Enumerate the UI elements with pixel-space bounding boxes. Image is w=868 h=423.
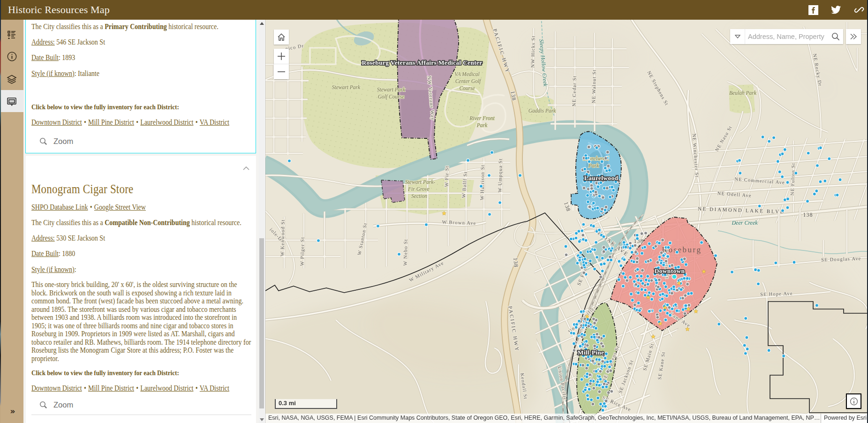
scroll-down-arrow[interactable] [259, 416, 264, 423]
feature-title: Monogram Cigar Store [31, 182, 252, 196]
svg-text:W Fir St: W Fir St [444, 166, 450, 187]
feature-card-next[interactable]: Monogram Cigar Store SHPO Database Link•… [26, 156, 256, 423]
district-link[interactable]: Mill Pine District [88, 384, 134, 393]
district-links: Downtown District•Mill Pine District•Lau… [31, 384, 252, 393]
svg-text:W Kenwood St: W Kenwood St [279, 219, 285, 256]
svg-text:W Harrison St: W Harrison St [479, 165, 485, 200]
svg-text:W Pilger St: W Pilger St [299, 237, 305, 266]
svg-text:Golf Course: Golf Course [378, 94, 405, 100]
date-built-line: Date Built: 1880 [31, 249, 252, 258]
svg-text:Laurelwood: Laurelwood [584, 174, 619, 181]
district-link[interactable]: Downtown District [31, 384, 82, 393]
district-link[interactable]: VA District [200, 384, 229, 393]
districts-heading: Click below to view the fully inventory … [31, 103, 252, 112]
zoom-button[interactable]: Zoom [39, 400, 256, 409]
zoom-in-button[interactable] [274, 49, 289, 64]
application-window: Historic Resources Map [0, 0, 868, 423]
svg-text:Park: Park [588, 163, 599, 168]
style-line: Style (if known): [31, 265, 252, 274]
date-built-line: Date Built: 1893 [31, 53, 252, 62]
svg-text:Center Golf: Center Golf [455, 78, 482, 84]
map-canvas[interactable]: nico Driole-DrW Kenwood StW Pilger StW S… [265, 20, 868, 423]
scroll-up-arrow[interactable] [259, 20, 264, 27]
zoom-out-button[interactable] [274, 64, 289, 79]
svg-text:138: 138 [803, 212, 813, 218]
style-label[interactable]: Style (if known) [31, 265, 75, 274]
powered-by-esri[interactable]: Powered by Esri [821, 414, 868, 423]
district-link[interactable]: Mill Pine District [88, 118, 134, 127]
layers-tool-icon[interactable] [0, 68, 23, 90]
svg-text:Stewart Park: Stewart Park [377, 87, 406, 92]
classification-line: The City classifies this as a Primary Co… [31, 22, 252, 31]
district-link[interactable]: Laurelwood District [140, 384, 193, 393]
address-label[interactable]: Address: [31, 38, 55, 46]
district-links: Downtown District•Mill Pine District•Lau… [31, 118, 252, 127]
date-built-label[interactable]: Date Built [31, 249, 59, 258]
address-line: Address: 530 SE Jackson St [31, 234, 252, 243]
address-line: Address: 546 SE Jackson St [31, 38, 252, 47]
magnifier-icon [39, 401, 47, 409]
magnifier-icon [39, 137, 47, 145]
svg-text:VA Medical: VA Medical [454, 71, 480, 77]
feature-link[interactable]: Google Street View [94, 203, 146, 212]
svg-text:River Front: River Front [469, 115, 495, 121]
svg-text:138: 138 [512, 257, 519, 268]
app-title: Historic Resources Map [8, 4, 110, 16]
svg-text:Fir Grove: Fir Grove [408, 186, 430, 192]
collapse-chevron-icon[interactable] [243, 163, 249, 173]
facebook-icon[interactable] [808, 5, 818, 15]
feature-top-links: SHPO Database Link•Google Street View [31, 203, 252, 212]
scale-label: 0.3 mi [279, 400, 296, 407]
home-button[interactable] [274, 30, 289, 45]
attribution-text: Esri, NASA, NGA, USGS, FEMA | Esri Commu… [265, 414, 821, 423]
svg-text:Mill-Pine: Mill-Pine [578, 349, 604, 356]
left-edge-strip [0, 0, 1, 423]
svg-text:NW Hicks St: NW Hicks St [530, 35, 536, 68]
twitter-icon[interactable] [831, 5, 841, 15]
svg-text:Course: Course [459, 85, 475, 91]
svg-text:Downtown: Downtown [655, 267, 685, 274]
selected-feature-highlight [672, 274, 677, 279]
scrollbar-thumb[interactable] [259, 238, 264, 408]
panel-scrollbar[interactable] [259, 20, 264, 423]
style-label[interactable]: Style (if known) [31, 69, 75, 78]
svg-text:Stewart Park-: Stewart Park- [405, 179, 435, 185]
social-links [808, 0, 864, 20]
legend-tool-icon[interactable] [0, 23, 23, 45]
share-link-icon[interactable] [854, 5, 864, 15]
scale-bar: 0.3 mi [275, 399, 337, 409]
svg-text:W Umpqua St: W Umpqua St [497, 158, 503, 192]
search-button[interactable] [828, 29, 843, 44]
map-image: nico Driole-DrW Kenwood StW Pilger StW S… [265, 20, 868, 423]
classification-line: The City classifies this as a Compatible… [31, 218, 252, 227]
district-link[interactable]: Downtown District [31, 118, 82, 127]
map-info-button[interactable] [846, 393, 861, 409]
svg-text:Stewart Park: Stewart Park [332, 84, 361, 90]
zoom-controls [274, 49, 289, 79]
svg-text:Gaddis Park: Gaddis Park [528, 108, 556, 113]
svg-text:W Nebo St: W Nebo St [403, 239, 408, 265]
map-attribution: Esri, NASA, NGA, USGS, FEMA | Esri Commu… [265, 414, 868, 423]
style-line: Style (if known): Italiante [31, 69, 252, 78]
district-link[interactable]: VA District [200, 118, 229, 127]
address-label[interactable]: Address: [31, 234, 55, 242]
date-built-label[interactable]: Date Built [31, 53, 59, 62]
search-input[interactable] [745, 29, 828, 44]
svg-text:Section: Section [411, 193, 427, 199]
feature-card-selected[interactable]: The City classifies this as a Primary Co… [25, 20, 256, 153]
tool-sidebar: » [1, 20, 23, 423]
search-expand-button[interactable] [846, 29, 861, 44]
svg-text:Deer Creek: Deer Creek [731, 219, 758, 226]
feature-panel: The City classifies this as a Primary Co… [23, 20, 259, 423]
screenshot-tool-icon[interactable] [0, 90, 23, 112]
svg-text:Roseburg Veterans Affairs Medi: Roseburg Veterans Affairs Medical Center [362, 59, 482, 66]
zoom-button[interactable]: Zoom [39, 137, 256, 146]
search-dropdown-button[interactable] [730, 29, 745, 44]
svg-text:NE Walnut St: NE Walnut St [591, 69, 596, 103]
sidebar-expand-button[interactable]: » [1, 405, 23, 417]
district-link[interactable]: Laurelwood District [140, 118, 193, 127]
info-tool-icon[interactable] [0, 45, 23, 68]
feature-link[interactable]: SHPO Database Link [31, 203, 88, 212]
svg-text:Beulah Park: Beulah Park [729, 90, 757, 96]
districts-heading: Click below to view the fully inventory … [31, 369, 252, 378]
